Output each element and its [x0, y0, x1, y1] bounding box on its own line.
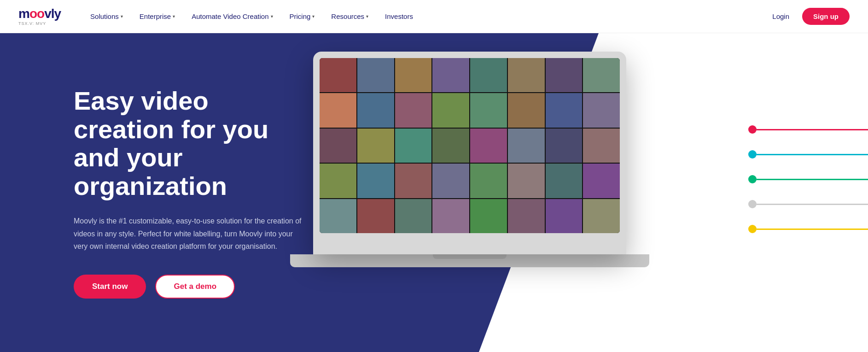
hero-description: Moovly is the #1 customizable, easy-to-u…	[74, 215, 304, 252]
logo[interactable]: moovly TSX.V: MVY	[18, 7, 61, 26]
mosaic-cell	[432, 58, 469, 92]
login-button[interactable]: Login	[767, 9, 795, 24]
mosaic-cell	[395, 199, 432, 233]
mosaic-cell	[320, 199, 356, 233]
mosaic-cell	[357, 199, 394, 233]
mosaic-cell	[508, 93, 545, 127]
mosaic-cell	[357, 129, 394, 163]
mosaic-cell	[508, 58, 545, 92]
deco-dot	[748, 225, 757, 233]
mosaic-cell	[395, 58, 432, 92]
mosaic-cell	[320, 93, 356, 127]
header-actions: Login Sign up	[767, 8, 850, 25]
laptop-base	[290, 254, 649, 267]
deco-dot	[748, 125, 757, 134]
laptop-notch	[433, 254, 507, 259]
mosaic-cell	[395, 93, 432, 127]
mosaic-cell	[546, 129, 583, 163]
hero-buttons: Start now Get a demo	[74, 275, 304, 299]
deco-dot	[748, 175, 757, 183]
deco-line-1	[748, 150, 868, 158]
nav-item-solutions[interactable]: Solutions ▾	[84, 9, 129, 24]
mosaic-cell	[470, 164, 507, 198]
deco-dot	[748, 200, 757, 208]
chevron-down-icon: ▾	[271, 14, 273, 19]
chevron-down-icon: ▾	[312, 14, 315, 19]
header: moovly TSX.V: MVY Solutions ▾ Enterprise…	[0, 0, 868, 33]
mosaic-cell	[508, 164, 545, 198]
nav-item-resources[interactable]: Resources ▾	[325, 9, 375, 24]
mosaic-cell	[546, 58, 583, 92]
mosaic-cell	[583, 93, 620, 127]
logo-text: moovly	[18, 7, 61, 20]
nav-item-enterprise[interactable]: Enterprise ▾	[133, 9, 181, 24]
hero-section: Easy video creation for you and your org…	[0, 33, 868, 352]
mosaic-cell	[583, 164, 620, 198]
hero-laptop-image	[313, 52, 672, 328]
mosaic-cell	[583, 129, 620, 163]
mosaic-cell	[470, 93, 507, 127]
mosaic-cell	[432, 93, 469, 127]
nav-item-pricing[interactable]: Pricing ▾	[283, 9, 321, 24]
mosaic-cell	[546, 164, 583, 198]
nav-item-investors[interactable]: Investors	[379, 9, 419, 24]
deco-line-3	[748, 200, 868, 208]
mosaic-cell	[546, 93, 583, 127]
mosaic-cell	[508, 199, 545, 233]
get-demo-button[interactable]: Get a demo	[155, 275, 235, 299]
deco-line-bar	[757, 229, 868, 230]
deco-dot	[748, 150, 757, 158]
mosaic-cell	[320, 164, 356, 198]
mosaic-cell	[395, 129, 432, 163]
deco-line-0	[748, 125, 868, 134]
mosaic-cell	[432, 129, 469, 163]
start-now-button[interactable]: Start now	[74, 275, 146, 299]
deco-line-bar	[757, 179, 868, 180]
screen-mosaic	[320, 58, 620, 233]
deco-line-2	[748, 175, 868, 183]
mosaic-cell	[357, 93, 394, 127]
mosaic-cell	[470, 199, 507, 233]
mosaic-cell	[546, 199, 583, 233]
logo-ticker: TSX.V: MVY	[18, 21, 46, 26]
mosaic-cell	[432, 199, 469, 233]
deco-line-bar	[757, 129, 868, 130]
deco-line-bar	[757, 204, 868, 205]
chevron-down-icon: ▾	[121, 14, 123, 19]
mosaic-cell	[320, 129, 356, 163]
deco-line-4	[748, 225, 868, 233]
mosaic-cell	[583, 58, 620, 92]
mosaic-cell	[470, 129, 507, 163]
decorative-lines	[748, 125, 868, 233]
mosaic-cell	[432, 164, 469, 198]
mosaic-cell	[357, 164, 394, 198]
hero-content: Easy video creation for you and your org…	[0, 33, 332, 352]
mosaic-cell	[395, 164, 432, 198]
mosaic-cell	[470, 58, 507, 92]
mosaic-cell	[583, 199, 620, 233]
mosaic-cell	[508, 129, 545, 163]
chevron-down-icon: ▾	[366, 14, 368, 19]
main-nav: Solutions ▾ Enterprise ▾ Automate Video …	[84, 9, 767, 24]
deco-line-bar	[757, 154, 868, 155]
nav-item-automate[interactable]: Automate Video Creation ▾	[185, 9, 279, 24]
chevron-down-icon: ▾	[173, 14, 175, 19]
signup-button[interactable]: Sign up	[802, 8, 850, 25]
laptop-screen	[320, 58, 620, 233]
hero-title: Easy video creation for you and your org…	[74, 87, 304, 200]
laptop-screen-outer	[313, 52, 626, 254]
mosaic-cell	[320, 58, 356, 92]
mosaic-cell	[357, 58, 394, 92]
